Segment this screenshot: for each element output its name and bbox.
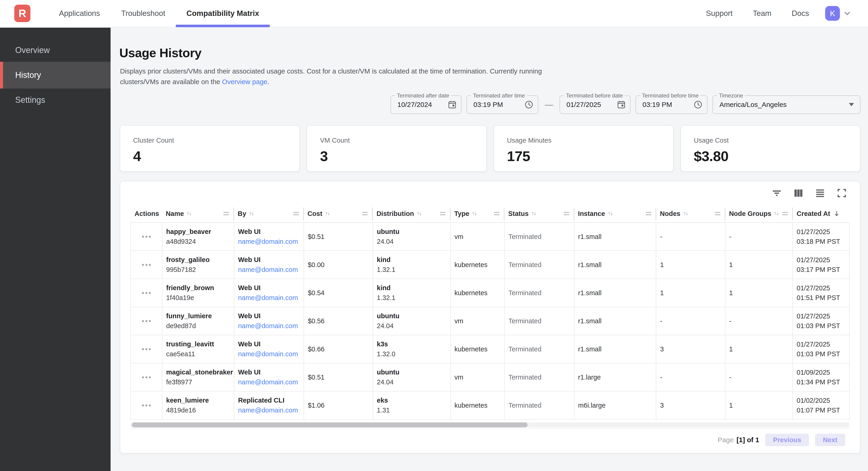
nav-item-support[interactable]: Support [696, 0, 743, 27]
fullscreen-icon[interactable] [836, 188, 847, 198]
terminated-after-date-field[interactable]: Terminated after date 10/27/2024 [391, 95, 461, 114]
created-by-email-link[interactable]: name@domain.com [238, 265, 304, 275]
calendar-icon[interactable] [617, 100, 626, 109]
column-menu-icon[interactable] [715, 212, 720, 215]
nav-item-team[interactable]: Team [743, 0, 782, 27]
sort-icon[interactable] [607, 210, 614, 217]
previous-page-button[interactable]: Previous [765, 434, 809, 446]
stat-card-usage-cost: Usage Cost $3.80 [681, 125, 860, 172]
sidebar-item-history[interactable]: History [0, 62, 111, 88]
column-menu-icon[interactable] [564, 212, 569, 215]
column-header-nodes[interactable]: Nodes [656, 205, 725, 223]
app-logo[interactable]: R [14, 5, 30, 22]
created-by-source: Web UI [238, 339, 304, 349]
terminated-before-date-field[interactable]: Terminated before date 01/27/2025 [560, 95, 630, 114]
overview-page-link[interactable]: Overview page [222, 78, 268, 86]
status-value: Terminated [508, 374, 574, 381]
column-label: Instance [578, 210, 605, 217]
cost-value: $0.66 [308, 346, 373, 353]
more-actions-icon[interactable] [142, 292, 151, 294]
sort-icon[interactable] [530, 210, 537, 217]
sort-icon[interactable] [186, 210, 193, 217]
avatar[interactable]: K [825, 6, 840, 21]
nodes-value: 3 [660, 402, 725, 409]
sort-icon[interactable] [416, 210, 423, 217]
density-icon[interactable] [815, 188, 826, 198]
created-by-email-link[interactable]: name@domain.com [238, 349, 304, 359]
dropdown-arrow-icon[interactable] [849, 103, 854, 106]
more-actions-icon[interactable] [142, 236, 151, 238]
page-label: Page [718, 436, 734, 444]
row-actions-button[interactable] [131, 363, 162, 391]
more-actions-icon[interactable] [142, 264, 151, 266]
nav-item-compatibility-matrix[interactable]: Compatibility Matrix [176, 0, 270, 27]
sort-icon[interactable] [773, 210, 780, 217]
created-by-email-link[interactable]: name@domain.com [238, 293, 304, 303]
column-menu-icon[interactable] [223, 212, 229, 215]
terminated-before-date-value[interactable]: 01/27/2025 [560, 101, 601, 109]
column-menu-icon[interactable] [646, 212, 651, 215]
scrollbar-thumb[interactable] [132, 422, 528, 428]
more-actions-icon[interactable] [142, 376, 151, 378]
column-header-by[interactable]: By [234, 205, 304, 223]
column-header-cost[interactable]: Cost [304, 205, 373, 223]
cluster-name: trusting_leavitt [166, 339, 234, 349]
calendar-icon[interactable] [447, 100, 457, 109]
column-header-status[interactable]: Status [504, 205, 574, 223]
column-menu-icon[interactable] [494, 212, 499, 215]
column-menu-icon[interactable] [440, 212, 445, 215]
created-by-email-link[interactable]: name@domain.com [238, 405, 304, 415]
column-header-distribution[interactable]: Distribution [373, 205, 451, 223]
row-actions-button[interactable] [131, 223, 162, 251]
column-label: Status [508, 210, 529, 217]
created-by-email-link[interactable]: name@domain.com [238, 377, 304, 387]
row-actions-button[interactable] [131, 391, 162, 419]
row-actions-button[interactable] [131, 307, 162, 335]
terminated-after-time-value[interactable]: 03:19 PM [467, 101, 503, 109]
terminated-before-time-field[interactable]: Terminated before time 03:19 PM [636, 95, 707, 114]
sort-descending-icon[interactable] [833, 210, 840, 217]
sort-icon[interactable] [324, 210, 331, 217]
nodes-value: - [660, 233, 725, 241]
sort-icon[interactable] [248, 210, 255, 217]
nav-item-docs[interactable]: Docs [782, 0, 819, 27]
sort-icon[interactable] [471, 210, 478, 217]
more-actions-icon[interactable] [142, 404, 151, 407]
account-menu[interactable]: K [825, 6, 851, 21]
more-actions-icon[interactable] [142, 320, 151, 322]
clock-icon[interactable] [524, 100, 534, 110]
next-page-button[interactable]: Next [815, 434, 845, 446]
nav-item-applications[interactable]: Applications [49, 0, 111, 27]
created-date: 01/27/2025 [797, 311, 849, 321]
row-actions-button[interactable] [131, 335, 162, 363]
clock-icon[interactable] [693, 100, 703, 110]
nav-item-troubleshoot[interactable]: Troubleshoot [111, 0, 176, 27]
column-header-name[interactable]: Name [162, 205, 234, 223]
sidebar-item-settings[interactable]: Settings [0, 88, 111, 112]
timezone-select[interactable]: Timezone America/Los_Angeles [713, 95, 860, 114]
created-by-email-link[interactable]: name@domain.com [238, 237, 304, 246]
more-actions-icon[interactable] [142, 348, 151, 350]
terminated-before-time-value[interactable]: 03:19 PM [636, 101, 672, 109]
timezone-value[interactable]: America/Los_Angeles [713, 101, 787, 109]
terminated-after-date-value[interactable]: 10/27/2024 [391, 101, 432, 109]
filter-icon[interactable] [772, 188, 782, 198]
sort-icon[interactable] [682, 210, 689, 217]
column-header-type[interactable]: Type [451, 205, 504, 223]
row-actions-button[interactable] [131, 279, 162, 307]
column-header-created-at[interactable]: Created At [793, 205, 850, 223]
sidebar-item-overview[interactable]: Overview [0, 39, 111, 62]
terminated-after-time-field[interactable]: Terminated after time 03:19 PM [466, 95, 538, 114]
created-by-email-link[interactable]: name@domain.com [238, 321, 304, 331]
column-menu-icon[interactable] [782, 212, 788, 215]
created-date: 01/27/2025 [797, 283, 849, 293]
column-header-node-groups[interactable]: Node Groups [725, 205, 793, 223]
column-menu-icon[interactable] [362, 212, 368, 215]
status-value: Terminated [508, 402, 574, 409]
horizontal-scrollbar[interactable] [130, 421, 850, 429]
column-menu-icon[interactable] [293, 212, 299, 215]
columns-icon[interactable] [793, 188, 804, 198]
column-header-instance[interactable]: Instance [574, 205, 656, 223]
row-actions-button[interactable] [131, 251, 162, 278]
usage-history-table-panel: Actions Name By Cost Distribution [120, 181, 860, 453]
